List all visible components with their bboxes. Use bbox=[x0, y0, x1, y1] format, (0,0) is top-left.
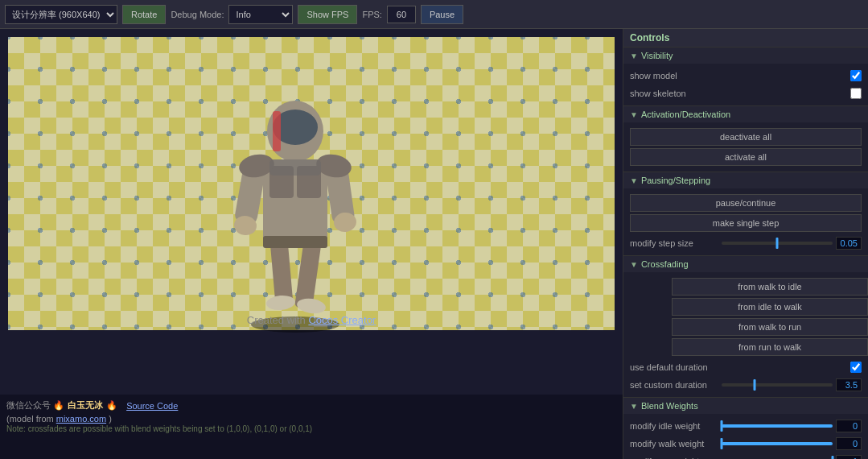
model-from-text: (model from bbox=[6, 414, 56, 424]
debug-mode-select[interactable]: Info bbox=[228, 5, 293, 24]
show-model-checkbox[interactable] bbox=[850, 70, 862, 81]
rotate-button[interactable]: Rotate bbox=[122, 5, 166, 24]
blend-weights-label: Blend Weights bbox=[641, 401, 698, 411]
blend-weights-header[interactable]: ▼ Blend Weights bbox=[623, 398, 868, 414]
custom-duration-label: set custom duration bbox=[630, 380, 718, 390]
source-code-link[interactable]: Source Code bbox=[126, 401, 178, 411]
walk-weight-value: 0 bbox=[836, 437, 862, 450]
visibility-section: ▼ Visibility show model show skeleton bbox=[623, 48, 868, 106]
svg-rect-8 bbox=[263, 236, 327, 248]
default-duration-checkbox[interactable] bbox=[850, 362, 862, 373]
activation-content: deactivate all activate all bbox=[623, 122, 868, 172]
crossfading-content: from walk to idle from idle to walk from… bbox=[623, 272, 868, 397]
pausing-content: pause/continue make single step modify s… bbox=[623, 188, 868, 255]
pause-button[interactable]: Pause bbox=[421, 5, 463, 24]
canvas-viewport: Created with Cocos Creator bbox=[0, 29, 623, 395]
step-size-track[interactable] bbox=[722, 242, 833, 245]
run-weight-value: 1 bbox=[836, 455, 862, 459]
svg-rect-16 bbox=[273, 111, 281, 151]
wechat-suffix-emoji: 🔥 bbox=[106, 400, 117, 411]
crossfading-header[interactable]: ▼ Crossfading bbox=[623, 256, 868, 272]
activation-header[interactable]: ▼ Activation/Deactivation bbox=[623, 106, 868, 122]
make-single-step-button[interactable]: make single step bbox=[630, 214, 862, 232]
crossfading-section: ▼ Crossfading from walk to idle from idl… bbox=[623, 256, 868, 398]
pausing-section: ▼ Pausing/Stepping pause/continue make s… bbox=[623, 172, 868, 256]
blend-weights-section: ▼ Blend Weights modify idle weight 0 mod… bbox=[623, 398, 868, 459]
crossfading-arrow: ▼ bbox=[630, 260, 638, 269]
default-duration-row: use default duration bbox=[623, 358, 868, 376]
deactivate-all-button[interactable]: deactivate all bbox=[630, 128, 862, 146]
idle-weight-value: 0 bbox=[836, 420, 862, 432]
blend-weights-arrow: ▼ bbox=[630, 402, 638, 411]
main-area: Created with Cocos Creator 微信公众号 🔥 白玉无冰 … bbox=[0, 29, 868, 459]
right-panel: Controls ▼ Visibility show model show sk… bbox=[623, 29, 868, 459]
step-size-label: modify step size bbox=[630, 238, 718, 248]
pausing-arrow: ▼ bbox=[630, 176, 638, 185]
walk-weight-track[interactable] bbox=[722, 442, 833, 445]
activate-all-button[interactable]: activate all bbox=[630, 148, 862, 166]
canvas-area: Created with Cocos Creator 微信公众号 🔥 白玉无冰 … bbox=[0, 29, 623, 459]
blend-weights-content: modify idle weight 0 modify walk weight … bbox=[623, 414, 868, 459]
visibility-arrow: ▼ bbox=[630, 52, 638, 60]
run-to-walk-button[interactable]: from run to walk bbox=[672, 338, 868, 356]
svg-rect-19 bbox=[269, 159, 321, 176]
visibility-header[interactable]: ▼ Visibility bbox=[623, 48, 868, 64]
step-size-value: 0.05 bbox=[836, 237, 862, 250]
walk-weight-label: modify walk weight bbox=[630, 439, 718, 449]
idle-weight-track[interactable] bbox=[722, 424, 833, 428]
visibility-label: Visibility bbox=[641, 51, 673, 60]
custom-duration-row: set custom duration 3.5 bbox=[623, 376, 868, 394]
toolbar: 设计分辨率 (960X640) Rotate Debug Mode: Info … bbox=[0, 0, 868, 29]
default-duration-label: use default duration bbox=[630, 362, 850, 372]
run-weight-row: modify run weight 1 bbox=[623, 453, 868, 459]
idle-weight-label: modify idle weight bbox=[630, 421, 718, 431]
visibility-content: show model show skeleton bbox=[623, 64, 868, 105]
show-skeleton-label: show skeleton bbox=[630, 89, 850, 98]
walk-to-idle-button[interactable]: from walk to idle bbox=[672, 278, 868, 296]
pause-continue-button[interactable]: pause/continue bbox=[630, 194, 862, 212]
idle-to-walk-button[interactable]: from idle to walk bbox=[672, 298, 868, 316]
debug-mode-label: Debug Mode: bbox=[171, 10, 224, 19]
fps-input[interactable] bbox=[387, 6, 416, 23]
cocos-creator-link[interactable]: Cocos Creator bbox=[308, 314, 376, 326]
controls-title: Controls bbox=[623, 29, 868, 48]
idle-weight-row: modify idle weight 0 bbox=[623, 417, 868, 435]
note-text: Note: crossfades are possible with blend… bbox=[6, 424, 616, 435]
resolution-select[interactable]: 设计分辨率 (960X640) bbox=[5, 5, 117, 24]
wechat-prefix: 微信公众号 🔥 bbox=[6, 399, 64, 411]
show-fps-button[interactable]: Show FPS bbox=[298, 5, 357, 24]
show-skeleton-checkbox[interactable] bbox=[850, 88, 862, 99]
custom-duration-track[interactable] bbox=[722, 383, 833, 387]
activation-label: Activation/Deactivation bbox=[641, 110, 730, 119]
mixamo-link[interactable]: mixamo.com bbox=[56, 414, 106, 424]
walk-to-run-button[interactable]: from walk to run bbox=[672, 318, 868, 336]
created-with-text: Created with Cocos Creator bbox=[0, 314, 623, 326]
activation-arrow: ▼ bbox=[630, 110, 638, 119]
fps-label: FPS: bbox=[362, 10, 381, 19]
step-size-row: modify step size 0.05 bbox=[623, 234, 868, 252]
bottom-bar: 微信公众号 🔥 白玉无冰 🔥 Source Code (model from m… bbox=[0, 395, 623, 459]
show-model-row: show model bbox=[623, 67, 868, 85]
pausing-header[interactable]: ▼ Pausing/Stepping bbox=[623, 172, 868, 188]
activation-section: ▼ Activation/Deactivation deactivate all… bbox=[623, 106, 868, 172]
crossfading-label: Crossfading bbox=[641, 259, 689, 269]
show-model-label: show model bbox=[630, 71, 850, 81]
character-model bbox=[215, 79, 376, 320]
show-skeleton-row: show skeleton bbox=[623, 85, 868, 102]
custom-duration-value: 3.5 bbox=[836, 378, 862, 391]
walk-weight-row: modify walk weight 0 bbox=[623, 435, 868, 453]
svg-rect-1 bbox=[270, 239, 294, 305]
pausing-label: Pausing/Stepping bbox=[641, 176, 710, 185]
model-close: ) bbox=[109, 414, 112, 424]
brand-name: 白玉无冰 bbox=[68, 399, 103, 411]
